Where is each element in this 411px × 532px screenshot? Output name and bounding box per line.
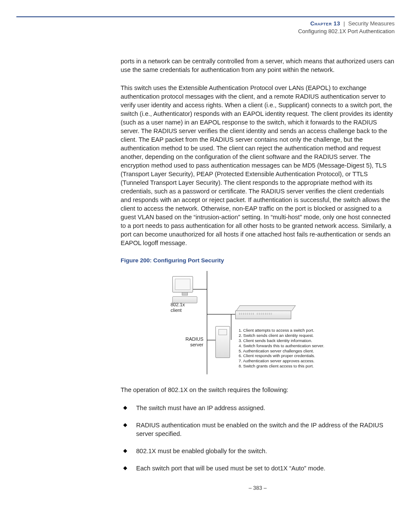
figure-steps-list: 1. Client attempts to access a switch po… xyxy=(239,328,324,369)
radius-server-icon xyxy=(215,326,230,358)
header-section: Security Measures xyxy=(348,20,395,27)
figure-step: 4. Switch forwards this to authenticatio… xyxy=(239,343,324,348)
page-number: – 383 – xyxy=(121,485,395,492)
list-item: Each switch port that will be used must … xyxy=(121,464,395,473)
header-separator: | xyxy=(343,20,345,27)
client-wire xyxy=(193,289,207,289)
server-wire xyxy=(207,340,215,340)
figure-step: 2. Switch sends client an identity reque… xyxy=(239,333,324,338)
figure-step: 3. Client sends back identity informatio… xyxy=(239,338,324,343)
client-pc-icon xyxy=(172,276,197,303)
requirements-list: The switch must have an IP address assig… xyxy=(121,404,395,473)
switch-ports-icon: ▯▯▯▯▯▯▯▯ ▯▯▯▯▯▯▯▯ xyxy=(239,312,272,315)
figure-step: 7. Authentication server approves access… xyxy=(239,358,324,364)
figure-caption: Figure 200: Configuring Port Security xyxy=(121,257,395,265)
figure-step: 8. Switch grants client access to this p… xyxy=(239,364,324,369)
client-label: 802.1x client xyxy=(171,302,185,313)
paragraph-requirements-intro: The operation of 802.1X on the switch re… xyxy=(121,386,395,394)
list-item: 802.1X must be enabled globally for the … xyxy=(121,447,395,455)
list-item: The switch must have an IP address assig… xyxy=(121,404,395,412)
switch-wire-v xyxy=(231,314,231,340)
figure-port-security: 802.1x client ▯▯▯▯▯▯▯▯ ▯▯▯▯▯▯▯▯ RADIUS s… xyxy=(171,271,395,374)
paragraph-main: This switch uses the Extensible Authenti… xyxy=(121,84,395,247)
figure-step: 6. Client responds with proper credentia… xyxy=(239,353,324,358)
chapter-label: Chapter 13 xyxy=(310,20,340,27)
paragraph-intro: ports in a network can be centrally cont… xyxy=(121,57,395,74)
server-label: RADIUS server xyxy=(171,336,203,348)
page-header: Chapter 13 | Security Measures Configuri… xyxy=(0,17,411,35)
list-item: RADIUS authentication must be enabled on… xyxy=(121,421,395,438)
figure-divider xyxy=(207,271,207,374)
figure-step: 5. Authentication server challenges clie… xyxy=(239,348,324,354)
page-content: ports in a network can be centrally cont… xyxy=(121,57,395,492)
figure-step: 1. Client attempts to access a switch po… xyxy=(239,328,324,333)
header-subsection: Configuring 802.1X Port Authentication xyxy=(16,28,395,35)
